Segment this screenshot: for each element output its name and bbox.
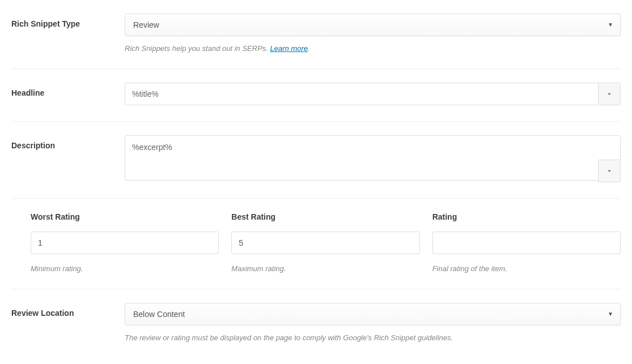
worst-rating-input[interactable] [31, 232, 219, 254]
headline-input[interactable] [125, 83, 598, 105]
worst-rating-label: Worst Rating [31, 212, 219, 221]
rating-label: Rating [432, 212, 621, 221]
description-label: Description [11, 135, 125, 150]
review-location-label: Review Location [11, 303, 125, 318]
snippet-type-helper: Rich Snippets help you stand out in SERP… [125, 44, 621, 53]
rating-input[interactable] [432, 232, 621, 254]
headline-label: Headline [11, 83, 125, 97]
chevron-down-icon [605, 90, 613, 98]
snippet-type-label: Rich Snippet Type [11, 14, 125, 28]
review-location-value: Below Content [133, 310, 185, 319]
best-rating-helper: Maximum rating. [231, 264, 419, 273]
best-rating-input[interactable] [231, 232, 419, 254]
rating-helper: Final rating of the item. [432, 264, 621, 273]
snippet-type-value: Review [133, 20, 159, 29]
chevron-down-icon [605, 167, 613, 175]
worst-rating-helper: Minimum rating. [31, 264, 219, 273]
description-input[interactable] [125, 135, 621, 181]
review-location-helper: The review or rating must be displayed o… [125, 333, 621, 342]
chevron-down-icon: ▼ [608, 14, 613, 36]
description-variables-button[interactable] [598, 160, 621, 182]
review-location-select[interactable]: Below Content ▼ [125, 303, 621, 326]
learn-more-link[interactable]: Learn more [270, 44, 308, 53]
best-rating-label: Best Rating [231, 212, 419, 221]
snippet-type-select[interactable]: Review ▼ [125, 14, 621, 36]
chevron-down-icon: ▼ [608, 303, 613, 325]
headline-variables-button[interactable] [598, 83, 621, 105]
